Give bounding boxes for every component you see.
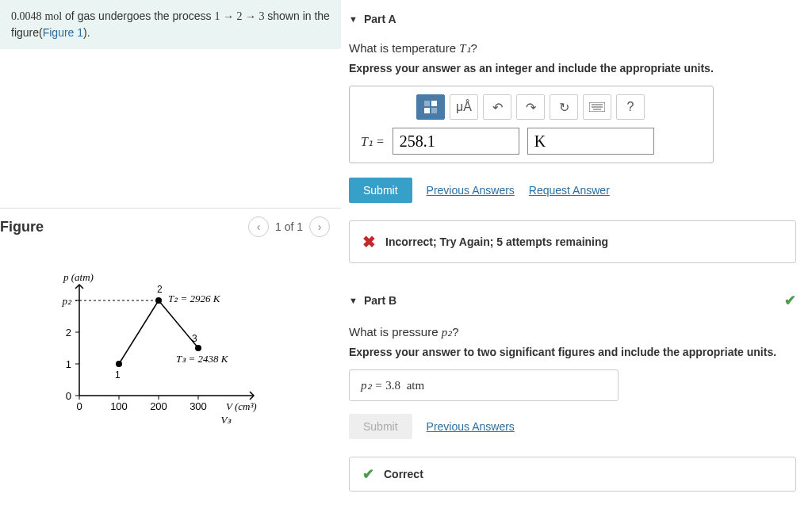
problem-mol-unit: mol xyxy=(44,10,62,22)
part-a-question: What is temperature T₁? xyxy=(349,41,796,55)
part-b-feedback: ✔ Correct xyxy=(349,457,796,492)
part-a: ▼ Part A What is temperature T₁? Express… xyxy=(349,8,796,263)
fraction-icon xyxy=(423,100,439,114)
part-b-header[interactable]: ▼ Part B ✔ xyxy=(349,287,796,314)
part-a-feedback-text: Incorrect; Try Again; 5 attempts remaini… xyxy=(385,235,608,248)
keyboard-button[interactable] xyxy=(583,94,611,120)
svg-point-15 xyxy=(155,297,162,304)
request-answer-link[interactable]: Request Answer xyxy=(529,184,610,197)
part-b-check-icon: ✔ xyxy=(784,292,796,309)
part-a-instruction: Express your answer as an integer and in… xyxy=(349,62,796,75)
part-a-q-pre: What is temperature xyxy=(349,41,459,55)
part-b-value: 3.8 xyxy=(385,379,400,392)
submit-button[interactable]: Submit xyxy=(349,178,412,203)
part-b-question: What is pressure p₂? xyxy=(349,325,796,339)
part-a-answer-box: μÅ ↶ ↷ ↻ ? T₁ = xyxy=(349,86,714,163)
y-axis-label: p (atm) xyxy=(63,271,94,283)
x-tick-1: 100 xyxy=(110,400,128,412)
part-a-q-post: ? xyxy=(471,41,477,55)
x-tick-3: 300 xyxy=(190,400,207,412)
previous-answers-link[interactable]: Previous Answers xyxy=(427,184,515,197)
collapse-icon: ▼ xyxy=(349,14,358,24)
problem-mol-value: 0.0048 xyxy=(11,10,42,22)
point-3-label: 3 xyxy=(192,333,197,344)
keyboard-icon xyxy=(589,102,605,112)
figure-header: Figure ‹ 1 of 1 › xyxy=(0,208,341,245)
part-b-title: Part B xyxy=(364,294,396,307)
point-3-annotation: T₃ = 2438 K xyxy=(176,353,229,365)
point-2-annotation: T₂ = 2926 K xyxy=(168,293,221,304)
undo-button[interactable]: ↶ xyxy=(483,94,511,120)
part-b-q-pre: What is pressure xyxy=(349,325,442,339)
figure-next-button[interactable]: › xyxy=(309,216,330,237)
part-b-answer-display: p₂ = 3.8 atm xyxy=(349,369,619,401)
reset-button[interactable]: ↻ xyxy=(550,94,578,120)
correct-icon: ✔ xyxy=(362,465,374,483)
part-b: ▼ Part B ✔ What is pressure p₂? Express … xyxy=(349,287,796,492)
point-2-label: 2 xyxy=(157,284,163,295)
redo-button[interactable]: ↷ xyxy=(516,94,545,120)
fraction-tool-button[interactable] xyxy=(416,94,445,120)
part-a-title: Part A xyxy=(364,13,396,25)
pv-chart: 0 100 200 300 V₃ 0 1 2 p₂ p (atm) V (cm³… xyxy=(48,269,285,427)
part-b-feedback-text: Correct xyxy=(384,468,423,480)
previous-answers-link[interactable]: Previous Answers xyxy=(427,420,515,433)
part-a-actions: Submit Previous Answers Request Answer xyxy=(349,178,796,203)
part-b-actions: Submit Previous Answers xyxy=(349,414,796,439)
y-tick-2: 2 xyxy=(66,327,71,339)
figure-nav-label: 1 of 1 xyxy=(275,220,303,233)
submit-button-disabled: Submit xyxy=(349,414,412,439)
problem-statement: 0.0048 mol of gas undergoes the process … xyxy=(0,0,341,49)
svg-rect-20 xyxy=(431,108,437,113)
point-1-label: 1 xyxy=(115,369,121,381)
x-axis-label: V (cm³) xyxy=(226,400,257,412)
y-tick-0: 0 xyxy=(66,390,71,402)
problem-text-3: ). xyxy=(83,26,90,39)
figure-nav: ‹ 1 of 1 › xyxy=(248,216,330,237)
part-b-var-label: p₂ = xyxy=(361,379,385,392)
x-tick-0: 0 xyxy=(76,400,82,412)
part-a-input-row: T₁ = xyxy=(361,128,702,155)
special-chars-button[interactable]: μÅ xyxy=(450,94,478,120)
part-a-unit-input[interactable] xyxy=(527,128,654,155)
part-b-instruction: Express your answer to two significant f… xyxy=(349,346,796,358)
part-b-unit: atm xyxy=(407,379,425,392)
part-b-q-post: ? xyxy=(452,325,458,339)
answer-toolbar: μÅ ↶ ↷ ↻ ? xyxy=(416,94,702,120)
part-b-q-var: p₂ xyxy=(442,326,453,339)
svg-point-14 xyxy=(116,361,122,367)
x-extra-tick: V₃ xyxy=(221,414,232,426)
collapse-icon: ▼ xyxy=(349,296,358,305)
y-tick-1: 1 xyxy=(66,358,71,370)
svg-rect-19 xyxy=(424,108,430,113)
help-button[interactable]: ? xyxy=(616,94,645,120)
figure-title: Figure xyxy=(0,219,44,235)
figure-prev-button[interactable]: ‹ xyxy=(248,216,269,237)
problem-text-1: of gas undergoes the process xyxy=(65,10,214,22)
svg-line-12 xyxy=(119,300,159,364)
svg-rect-18 xyxy=(431,101,437,106)
part-a-feedback: ✖ Incorrect; Try Again; 5 attempts remai… xyxy=(349,220,796,263)
x-tick-2: 200 xyxy=(150,400,167,412)
svg-point-16 xyxy=(195,345,201,351)
y-tick-3: p₂ xyxy=(62,295,73,307)
figure-link[interactable]: Figure 1 xyxy=(43,26,83,39)
incorrect-icon: ✖ xyxy=(362,232,376,251)
problem-process: 1 → 2 → 3 xyxy=(214,10,264,22)
figure-body: 0 100 200 300 V₃ 0 1 2 p₂ p (atm) V (cm³… xyxy=(0,245,341,435)
part-a-q-var: T₁ xyxy=(459,42,470,55)
part-a-header[interactable]: ▼ Part A xyxy=(349,8,796,30)
svg-rect-17 xyxy=(424,101,430,106)
part-a-var-label: T₁ = xyxy=(361,134,385,149)
part-a-value-input[interactable] xyxy=(393,128,519,155)
